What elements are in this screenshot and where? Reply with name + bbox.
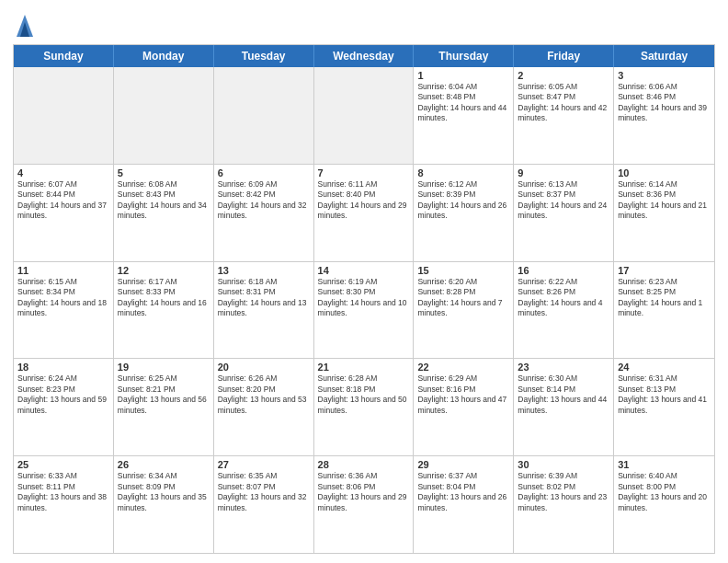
calendar-cell: 8Sunrise: 6:12 AM Sunset: 8:39 PM Daylig… xyxy=(414,165,514,261)
calendar-cell: 23Sunrise: 6:30 AM Sunset: 8:14 PM Dayli… xyxy=(514,359,614,455)
calendar-cell: 12Sunrise: 6:17 AM Sunset: 8:33 PM Dayli… xyxy=(114,262,214,359)
calendar-cell: 5Sunrise: 6:08 AM Sunset: 8:43 PM Daylig… xyxy=(114,165,214,261)
day-number: 11 xyxy=(17,265,109,276)
page: SundayMondayTuesdayWednesdayThursdayFrid… xyxy=(0,0,728,563)
cell-info: Sunrise: 6:22 AM Sunset: 8:26 PM Dayligh… xyxy=(518,277,609,319)
header xyxy=(13,11,715,39)
cell-info: Sunrise: 6:05 AM Sunset: 8:47 PM Dayligh… xyxy=(518,82,609,124)
day-number: 30 xyxy=(518,459,609,470)
calendar-row-4: 25Sunrise: 6:33 AM Sunset: 8:11 PM Dayli… xyxy=(14,456,714,553)
calendar-cell: 10Sunrise: 6:14 AM Sunset: 8:36 PM Dayli… xyxy=(614,165,714,261)
day-number: 12 xyxy=(118,265,210,276)
cell-info: Sunrise: 6:30 AM Sunset: 8:14 PM Dayligh… xyxy=(518,373,609,416)
calendar-cell: 29Sunrise: 6:37 AM Sunset: 8:04 PM Dayli… xyxy=(414,456,514,553)
calendar-cell: 15Sunrise: 6:20 AM Sunset: 8:28 PM Dayli… xyxy=(414,262,514,359)
calendar-cell: 25Sunrise: 6:33 AM Sunset: 8:11 PM Dayli… xyxy=(14,456,114,553)
calendar-cell: 22Sunrise: 6:29 AM Sunset: 8:16 PM Dayli… xyxy=(414,359,514,455)
day-number: 21 xyxy=(318,362,410,373)
cell-info: Sunrise: 6:17 AM Sunset: 8:33 PM Dayligh… xyxy=(118,277,210,319)
header-day-monday: Monday xyxy=(114,45,214,67)
cell-info: Sunrise: 6:14 AM Sunset: 8:36 PM Dayligh… xyxy=(618,179,711,222)
calendar-cell: 9Sunrise: 6:13 AM Sunset: 8:37 PM Daylig… xyxy=(514,165,614,261)
calendar-header: SundayMondayTuesdayWednesdayThursdayFrid… xyxy=(14,45,714,67)
cell-info: Sunrise: 6:20 AM Sunset: 8:28 PM Dayligh… xyxy=(417,277,509,319)
calendar: SundayMondayTuesdayWednesdayThursdayFrid… xyxy=(13,44,715,554)
day-number: 22 xyxy=(417,362,509,373)
calendar-body: 1Sunrise: 6:04 AM Sunset: 8:48 PM Daylig… xyxy=(14,67,714,553)
cell-info: Sunrise: 6:08 AM Sunset: 8:43 PM Dayligh… xyxy=(118,179,210,222)
cell-info: Sunrise: 6:35 AM Sunset: 8:07 PM Dayligh… xyxy=(218,471,310,513)
day-number: 8 xyxy=(417,167,509,178)
cell-info: Sunrise: 6:19 AM Sunset: 8:30 PM Dayligh… xyxy=(318,277,410,319)
cell-info: Sunrise: 6:04 AM Sunset: 8:48 PM Dayligh… xyxy=(417,82,509,124)
cell-info: Sunrise: 6:31 AM Sunset: 8:13 PM Dayligh… xyxy=(618,373,711,416)
day-number: 28 xyxy=(318,459,410,470)
cell-info: Sunrise: 6:25 AM Sunset: 8:21 PM Dayligh… xyxy=(118,373,210,416)
cell-info: Sunrise: 6:11 AM Sunset: 8:40 PM Dayligh… xyxy=(318,179,410,222)
calendar-cell xyxy=(214,67,314,164)
calendar-cell: 27Sunrise: 6:35 AM Sunset: 8:07 PM Dayli… xyxy=(214,456,314,553)
day-number: 7 xyxy=(318,167,410,178)
cell-info: Sunrise: 6:33 AM Sunset: 8:11 PM Dayligh… xyxy=(17,471,109,513)
header-day-thursday: Thursday xyxy=(414,45,514,67)
calendar-cell xyxy=(114,67,214,164)
calendar-cell: 13Sunrise: 6:18 AM Sunset: 8:31 PM Dayli… xyxy=(214,262,314,359)
day-number: 5 xyxy=(118,167,210,178)
calendar-cell: 31Sunrise: 6:40 AM Sunset: 8:00 PM Dayli… xyxy=(614,456,714,553)
day-number: 6 xyxy=(218,167,310,178)
day-number: 1 xyxy=(417,70,509,81)
cell-info: Sunrise: 6:26 AM Sunset: 8:20 PM Dayligh… xyxy=(218,373,310,416)
calendar-cell: 7Sunrise: 6:11 AM Sunset: 8:40 PM Daylig… xyxy=(314,165,415,261)
cell-info: Sunrise: 6:12 AM Sunset: 8:39 PM Dayligh… xyxy=(417,179,509,222)
cell-info: Sunrise: 6:13 AM Sunset: 8:37 PM Dayligh… xyxy=(518,179,609,222)
day-number: 17 xyxy=(618,265,711,276)
calendar-cell: 11Sunrise: 6:15 AM Sunset: 8:34 PM Dayli… xyxy=(14,262,114,359)
calendar-cell: 24Sunrise: 6:31 AM Sunset: 8:13 PM Dayli… xyxy=(614,359,714,455)
header-day-tuesday: Tuesday xyxy=(214,45,314,67)
calendar-row-3: 18Sunrise: 6:24 AM Sunset: 8:23 PM Dayli… xyxy=(14,359,714,456)
cell-info: Sunrise: 6:36 AM Sunset: 8:06 PM Dayligh… xyxy=(318,471,410,513)
calendar-cell: 1Sunrise: 6:04 AM Sunset: 8:48 PM Daylig… xyxy=(414,67,514,164)
day-number: 19 xyxy=(118,362,210,373)
calendar-cell: 14Sunrise: 6:19 AM Sunset: 8:30 PM Dayli… xyxy=(314,262,415,359)
calendar-cell: 6Sunrise: 6:09 AM Sunset: 8:42 PM Daylig… xyxy=(214,165,314,261)
calendar-cell: 18Sunrise: 6:24 AM Sunset: 8:23 PM Dayli… xyxy=(14,359,114,455)
cell-info: Sunrise: 6:15 AM Sunset: 8:34 PM Dayligh… xyxy=(17,277,109,319)
cell-info: Sunrise: 6:06 AM Sunset: 8:46 PM Dayligh… xyxy=(618,82,711,124)
day-number: 26 xyxy=(118,459,210,470)
logo xyxy=(13,15,35,39)
cell-info: Sunrise: 6:40 AM Sunset: 8:00 PM Dayligh… xyxy=(618,471,711,513)
cell-info: Sunrise: 6:28 AM Sunset: 8:18 PM Dayligh… xyxy=(318,373,410,416)
header-day-wednesday: Wednesday xyxy=(314,45,415,67)
header-day-friday: Friday xyxy=(514,45,614,67)
cell-info: Sunrise: 6:37 AM Sunset: 8:04 PM Dayligh… xyxy=(417,471,509,513)
day-number: 18 xyxy=(17,362,109,373)
day-number: 25 xyxy=(17,459,109,470)
calendar-cell xyxy=(314,67,415,164)
calendar-cell: 4Sunrise: 6:07 AM Sunset: 8:44 PM Daylig… xyxy=(14,165,114,261)
calendar-cell: 16Sunrise: 6:22 AM Sunset: 8:26 PM Dayli… xyxy=(514,262,614,359)
day-number: 14 xyxy=(318,265,410,276)
calendar-cell: 26Sunrise: 6:34 AM Sunset: 8:09 PM Dayli… xyxy=(114,456,214,553)
cell-info: Sunrise: 6:18 AM Sunset: 8:31 PM Dayligh… xyxy=(218,277,310,319)
logo-icon xyxy=(15,11,35,39)
calendar-cell: 19Sunrise: 6:25 AM Sunset: 8:21 PM Dayli… xyxy=(114,359,214,455)
day-number: 27 xyxy=(218,459,310,470)
cell-info: Sunrise: 6:39 AM Sunset: 8:02 PM Dayligh… xyxy=(518,471,609,513)
calendar-cell: 28Sunrise: 6:36 AM Sunset: 8:06 PM Dayli… xyxy=(314,456,415,553)
day-number: 24 xyxy=(618,362,711,373)
calendar-cell: 20Sunrise: 6:26 AM Sunset: 8:20 PM Dayli… xyxy=(214,359,314,455)
cell-info: Sunrise: 6:09 AM Sunset: 8:42 PM Dayligh… xyxy=(218,179,310,222)
day-number: 23 xyxy=(518,362,609,373)
calendar-row-0: 1Sunrise: 6:04 AM Sunset: 8:48 PM Daylig… xyxy=(14,67,714,165)
cell-info: Sunrise: 6:23 AM Sunset: 8:25 PM Dayligh… xyxy=(618,277,711,319)
cell-info: Sunrise: 6:34 AM Sunset: 8:09 PM Dayligh… xyxy=(118,471,210,513)
day-number: 3 xyxy=(618,70,711,81)
calendar-cell xyxy=(14,67,114,164)
header-day-sunday: Sunday xyxy=(14,45,114,67)
day-number: 29 xyxy=(417,459,509,470)
day-number: 13 xyxy=(218,265,310,276)
calendar-row-1: 4Sunrise: 6:07 AM Sunset: 8:44 PM Daylig… xyxy=(14,165,714,262)
calendar-cell: 30Sunrise: 6:39 AM Sunset: 8:02 PM Dayli… xyxy=(514,456,614,553)
day-number: 15 xyxy=(417,265,509,276)
